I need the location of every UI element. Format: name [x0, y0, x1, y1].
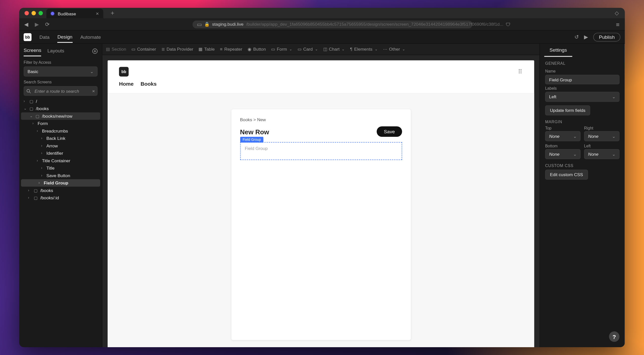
nav-reload-icon[interactable]: ⟳ — [44, 21, 51, 27]
undo-icon[interactable]: ↺ — [574, 34, 579, 40]
chevron-icon: › — [28, 188, 32, 192]
chevron-icon: › — [41, 166, 45, 170]
url-field[interactable]: ▭ 🔒 staging.budi.live/builder/app/app_de… — [192, 20, 472, 28]
repeater-icon: ≡ — [220, 47, 222, 52]
margin-bottom-select[interactable]: None ⌄ — [545, 149, 581, 159]
chevron-down-icon: ⌄ — [375, 47, 378, 51]
tree-row-label: / — [36, 99, 37, 104]
edit-css-button[interactable]: Edit custom CSS — [545, 170, 588, 180]
window-close-icon[interactable] — [24, 11, 29, 15]
section-icon: ▤ — [106, 47, 110, 52]
chart-icon: ◫ — [323, 47, 327, 52]
tree-row[interactable]: ›▢/ — [19, 98, 102, 105]
tree-row[interactable]: ›Field Group — [21, 179, 100, 186]
shield-icon[interactable]: 🛡 — [506, 22, 511, 27]
tree-row[interactable]: ⌄▢/books — [19, 105, 102, 112]
tree-row-label: /books/:id — [40, 196, 59, 200]
screen-tree: ›▢/⌄▢/books⌄▢/books/new/row›Form›Breadcr… — [19, 96, 102, 202]
labels-select[interactable]: Left ⌄ — [545, 92, 620, 102]
tree-row[interactable]: ›Title Container — [19, 157, 102, 164]
tree-row[interactable]: ›Breadcrumbs — [19, 127, 102, 135]
preview-header: bb ⠿ Home Books — [108, 60, 534, 93]
app-logo-icon[interactable]: bb — [24, 33, 32, 41]
browser-tab[interactable]: Budibase × — [46, 9, 103, 18]
toolbar-data-provider[interactable]: ≣Data Provider — [161, 47, 193, 52]
search-label: Search Screens — [19, 77, 102, 86]
toolbar-repeater[interactable]: ≡Repeater — [220, 47, 242, 52]
table-icon: ▦ — [198, 47, 202, 52]
margin-top-select[interactable]: None ⌄ — [545, 131, 581, 141]
preview-icon[interactable]: ▶ — [584, 34, 588, 40]
toolbar-form[interactable]: ▭Form⌄ — [271, 47, 292, 52]
tree-row[interactable]: ›▢/books/:id — [19, 194, 102, 201]
preview-nav-home[interactable]: Home — [119, 81, 134, 87]
publish-button[interactable]: Publish — [593, 33, 621, 41]
tree-row[interactable]: ›Save Button — [19, 172, 102, 179]
toolbar-other[interactable]: ⋯Other⌄ — [383, 47, 405, 52]
search-clear-icon[interactable]: × — [92, 88, 95, 93]
name-input[interactable] — [545, 75, 620, 84]
margin-right-select[interactable]: None ⌄ — [584, 131, 620, 141]
tree-row[interactable]: ›Back Link — [19, 135, 102, 142]
nav-design[interactable]: Design — [57, 31, 72, 43]
tree-row[interactable]: ›Arrow — [19, 142, 102, 149]
screen-icon: ▢ — [29, 106, 34, 111]
tree-row-label: /books — [36, 106, 49, 111]
card-icon: ▭ — [298, 47, 302, 52]
tab-screens[interactable]: Screens — [24, 48, 41, 56]
chevron-down-icon: ⌄ — [573, 134, 577, 139]
tree-row-label: Identifier — [46, 151, 63, 156]
nav-back-icon[interactable]: ◀ — [23, 21, 30, 27]
tab-favicon-icon — [50, 11, 55, 16]
tab-layouts[interactable]: Layouts — [47, 48, 64, 56]
margin-bottom-label: Bottom — [545, 144, 581, 148]
margin-right-value: None — [588, 134, 598, 139]
app-menu-icon[interactable]: ⠿ — [518, 68, 523, 75]
tree-row[interactable]: ⌄▢/books/new/row — [21, 112, 100, 120]
center-area: ▤Section▭Container≣Data Provider▦Table≡R… — [102, 44, 539, 347]
chevron-down-icon: ⌄ — [90, 69, 94, 74]
search-input[interactable] — [24, 86, 98, 96]
toolbar-item-label: Other — [389, 47, 400, 52]
section-general: GENERAL — [540, 57, 625, 68]
toolbar-container[interactable]: ▭Container — [131, 47, 156, 52]
name-label: Name — [540, 67, 625, 75]
tab-close-icon[interactable]: × — [96, 11, 99, 16]
toolbar-item-label: Container — [137, 47, 156, 52]
selection-tag: Field Group — [240, 137, 264, 143]
add-screen-button[interactable] — [92, 47, 98, 57]
new-tab-button[interactable]: ＋ — [107, 9, 118, 17]
window-minimize-icon[interactable] — [32, 11, 36, 15]
save-button[interactable]: Save — [377, 126, 402, 137]
field-group-component[interactable]: Field Group — [240, 142, 402, 160]
toolbar-elements[interactable]: ¶Elements⌄ — [350, 47, 377, 52]
preview-nav-books[interactable]: Books — [141, 81, 157, 87]
toolbar-table[interactable]: ▦Table — [198, 47, 215, 52]
chevron-down-icon: ⌄ — [573, 152, 577, 156]
browser-hamburger-icon[interactable]: ≡ — [614, 21, 621, 28]
window-maximize-icon[interactable] — [39, 11, 43, 15]
tree-row[interactable]: ›▢/books — [19, 187, 102, 194]
update-form-fields-button[interactable]: Update form fields — [545, 105, 590, 115]
nav-data[interactable]: Data — [39, 32, 49, 42]
nav-forward-icon[interactable]: ▶ — [33, 21, 40, 27]
tree-row[interactable]: ›Title — [19, 164, 102, 172]
window-traffic-lights — [23, 11, 43, 15]
left-sidebar: Screens Layouts Filter by Access Basic ⌄… — [19, 44, 102, 347]
toolbar-chart[interactable]: ◫Chart⌄ — [323, 47, 345, 52]
toolbar-button[interactable]: ◉Button — [248, 47, 266, 52]
margin-left-select[interactable]: None ⌄ — [584, 149, 620, 159]
chevron-icon: › — [41, 136, 45, 140]
labels-value: Left — [549, 94, 556, 99]
page-info-icon[interactable]: ▭ — [197, 21, 202, 27]
url-path: /builder/app/app_dev_1fa65096b850455bb4c… — [246, 22, 503, 27]
help-button[interactable]: ? — [609, 331, 620, 342]
margin-left-value: None — [588, 152, 598, 156]
filter-access-select[interactable]: Basic ⌄ — [24, 67, 98, 77]
browser-menu-icon[interactable]: ◇ — [615, 10, 621, 16]
tree-row[interactable]: ›Form — [19, 120, 102, 127]
nav-automate[interactable]: Automate — [80, 32, 101, 42]
tree-row[interactable]: ›Identifier — [19, 149, 102, 157]
screen-icon: ▢ — [33, 196, 39, 200]
toolbar-card[interactable]: ▭Card⌄ — [298, 47, 318, 52]
